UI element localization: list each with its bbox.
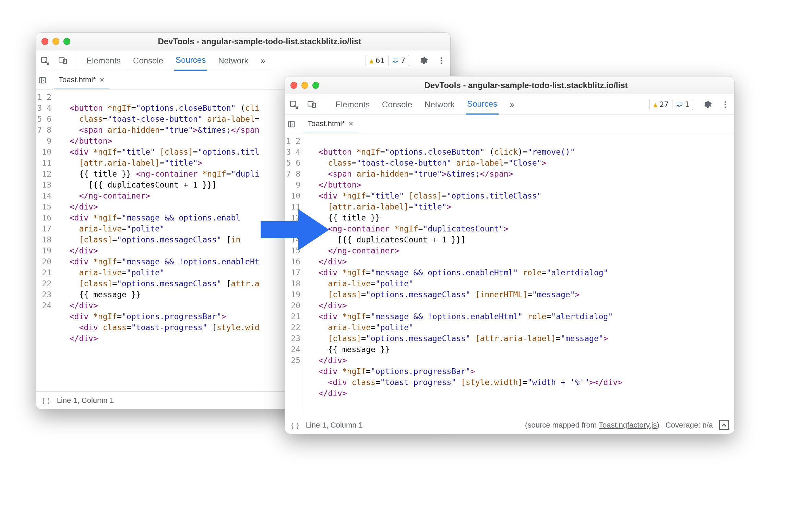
maximize-window-icon[interactable]: [63, 38, 70, 45]
file-tab[interactable]: Toast.html* ✕: [303, 116, 358, 132]
minimize-window-icon[interactable]: [52, 38, 59, 45]
show-navigator-icon[interactable]: [39, 76, 51, 84]
pretty-print-icon[interactable]: { }: [41, 396, 51, 405]
more-options-icon[interactable]: [718, 97, 733, 112]
source-map-link[interactable]: Toast.ngfactory.js: [599, 421, 657, 429]
device-toolbar-icon[interactable]: [304, 97, 319, 112]
warning-icon: ▲: [653, 100, 657, 109]
main-toolbar: Elements Console Network Sources » ▲27 🗩…: [285, 94, 734, 115]
file-tab-label: Toast.html*: [59, 75, 96, 84]
titlebar: DevTools - angular-sample-todo-list.stac…: [285, 76, 734, 94]
settings-icon[interactable]: [700, 97, 715, 112]
svg-point-12: [725, 106, 726, 108]
line-gutter: 1 2 3 4 5 6 7 8 9 10 11 12 13 14 15 16 1…: [285, 133, 304, 416]
device-toolbar-icon[interactable]: [55, 53, 70, 68]
message-icon: 🗩: [676, 100, 683, 109]
svg-point-11: [725, 104, 726, 105]
close-tab-icon[interactable]: ✕: [348, 120, 354, 128]
code-editor[interactable]: 1 2 3 4 5 6 7 8 9 10 11 12 13 14 15 16 1…: [285, 133, 734, 416]
issue-badges[interactable]: ▲61 🗩7: [366, 55, 409, 66]
window-title: DevTools - angular-sample-todo-list.stac…: [323, 81, 729, 90]
file-tab-label: Toast.html*: [308, 119, 345, 128]
tab-sources[interactable]: Sources: [466, 94, 499, 115]
pretty-print-icon[interactable]: { }: [290, 421, 300, 430]
collapse-drawer-icon[interactable]: [719, 420, 729, 430]
line-gutter: 1 2 3 4 5 6 7 8 9 10 11 12 13 14 15 16 1…: [36, 89, 55, 391]
close-window-icon[interactable]: [41, 38, 48, 45]
close-tab-icon[interactable]: ✕: [99, 76, 105, 84]
file-tab[interactable]: Toast.html* ✕: [54, 72, 109, 88]
more-options-icon[interactable]: [434, 53, 449, 68]
warning-icon: ▲: [369, 57, 373, 65]
cursor-position: Line 1, Column 1: [306, 421, 363, 430]
svg-point-3: [441, 57, 442, 59]
svg-rect-13: [289, 121, 295, 127]
svg-point-10: [725, 101, 726, 103]
comparison-arrow-icon: [261, 206, 329, 254]
tab-network[interactable]: Network: [217, 51, 250, 70]
tab-console[interactable]: Console: [132, 51, 165, 70]
tab-network[interactable]: Network: [423, 95, 456, 114]
tabs-overflow-icon[interactable]: »: [259, 51, 266, 70]
tabs-overflow-icon[interactable]: »: [508, 95, 515, 114]
traffic-lights: [41, 38, 70, 45]
divider: [76, 55, 76, 67]
cursor-position: Line 1, Column 1: [57, 396, 114, 405]
status-bar: { } Line 1, Column 1 (source mapped from…: [285, 416, 734, 434]
file-tabs: Toast.html* ✕: [285, 115, 734, 133]
svg-point-4: [441, 60, 442, 61]
svg-point-5: [441, 62, 442, 64]
tab-elements[interactable]: Elements: [334, 95, 371, 114]
source-mapped-from: (source mapped from Toast.ngfactory.js): [525, 421, 659, 430]
warnings-badge[interactable]: ▲61: [366, 55, 388, 66]
minimize-window-icon[interactable]: [301, 82, 308, 89]
panel-tabs: Elements Console Network Sources »: [331, 94, 647, 115]
traffic-lights: [290, 82, 319, 89]
window-title: DevTools - angular-sample-todo-list.stac…: [74, 37, 445, 46]
code-area[interactable]: <button *ngIf="options.closeButton" (cli…: [304, 133, 734, 416]
inspect-element-icon[interactable]: [286, 97, 301, 112]
show-navigator-icon[interactable]: [288, 120, 300, 128]
devtools-window-right: DevTools - angular-sample-todo-list.stac…: [285, 76, 735, 434]
messages-badge[interactable]: 🗩1: [672, 99, 693, 110]
panel-tabs: Elements Console Sources Network »: [82, 50, 363, 71]
close-window-icon[interactable]: [290, 82, 297, 89]
warnings-badge[interactable]: ▲27: [649, 99, 672, 110]
issue-badges[interactable]: ▲27 🗩1: [649, 99, 693, 110]
titlebar: DevTools - angular-sample-todo-list.stac…: [36, 33, 450, 50]
tab-sources[interactable]: Sources: [174, 50, 207, 71]
divider: [325, 98, 325, 111]
message-icon: 🗩: [392, 57, 399, 65]
tab-elements[interactable]: Elements: [85, 51, 122, 70]
settings-icon[interactable]: [416, 53, 431, 68]
svg-rect-6: [40, 77, 46, 83]
maximize-window-icon[interactable]: [312, 82, 319, 89]
main-toolbar: Elements Console Sources Network » ▲61 🗩…: [36, 50, 450, 71]
tab-console[interactable]: Console: [381, 95, 414, 114]
inspect-element-icon[interactable]: [37, 53, 52, 68]
messages-badge[interactable]: 🗩7: [388, 55, 409, 66]
coverage-status: Coverage: n/a: [666, 421, 713, 430]
